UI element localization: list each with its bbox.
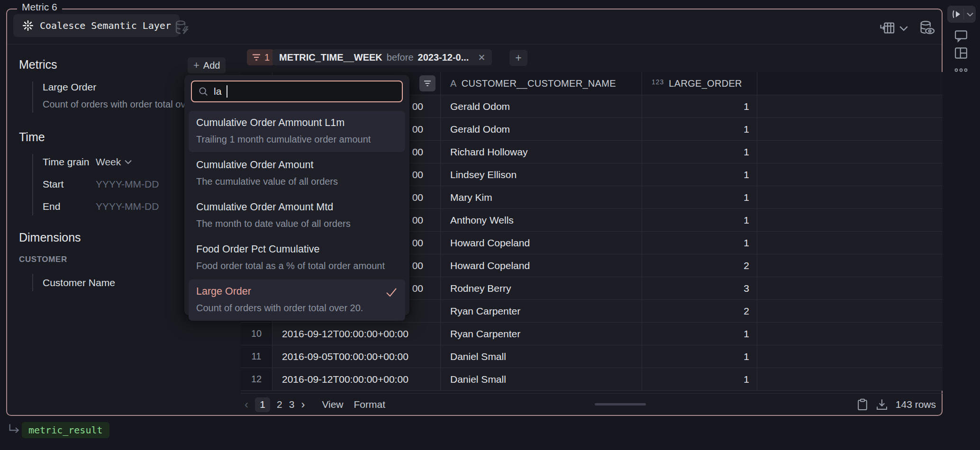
view-menu[interactable]: View xyxy=(322,399,343,410)
table-footer-bar: ‹ 1 2 3 › View Format 143 rows xyxy=(241,393,943,415)
page-button-3[interactable]: 3 xyxy=(289,399,295,410)
selected-metric-item[interactable]: Large Order Count of orders with order t… xyxy=(32,81,209,113)
empty-cell xyxy=(757,141,943,163)
run-icon xyxy=(951,9,962,19)
next-page-button[interactable]: › xyxy=(301,398,305,411)
row-number-cell: 11 xyxy=(241,345,272,368)
dimensions-heading: Dimensions xyxy=(19,231,81,244)
metric-option[interactable]: Cumulative Order Amount The cumulative v… xyxy=(189,153,405,194)
metric-option[interactable]: Food Order Pct Cumulative Food order tot… xyxy=(189,237,405,279)
number-type-icon: 123 xyxy=(652,78,664,86)
string-type-icon: A xyxy=(450,78,457,89)
copy-to-clipboard-icon[interactable] xyxy=(857,398,868,411)
filter-count-chip[interactable]: 1 xyxy=(247,49,274,65)
add-filter-button[interactable]: + xyxy=(509,50,527,66)
page-button-2[interactable]: 2 xyxy=(277,399,282,410)
empty-cell xyxy=(757,209,943,231)
search-query-text: la xyxy=(214,86,221,97)
empty-cell xyxy=(757,300,943,322)
customer-name-cell: Rodney Berry xyxy=(441,277,642,299)
view-source-data-icon[interactable] xyxy=(918,20,935,36)
table-options-chevron-icon[interactable] xyxy=(899,26,908,31)
empty-column-header xyxy=(757,72,943,95)
metric-option-desc: Food order total as a % of total order a… xyxy=(196,261,398,271)
add-metric-label: Add xyxy=(203,60,220,71)
filter-icon xyxy=(252,54,261,61)
table-row[interactable]: 10 2016-09-12T00:00:00+00:00 Ryan Carpen… xyxy=(241,323,943,345)
insert-table-icon[interactable] xyxy=(880,21,896,35)
prev-page-button[interactable]: ‹ xyxy=(245,398,248,411)
metric-search-dropdown: la Cumulative Order Ammount L1m Trailing… xyxy=(184,75,409,315)
empty-cell xyxy=(757,232,943,254)
result-variable-tag[interactable]: metric_result xyxy=(22,422,109,438)
search-icon xyxy=(198,86,209,97)
customer-name-cell: Richard Holloway xyxy=(441,141,642,163)
large-order-cell: 1 xyxy=(642,186,757,208)
coalesce-logo-icon xyxy=(22,19,34,32)
add-metric-button[interactable]: + Add xyxy=(188,57,226,73)
time-grain-select[interactable]: Week xyxy=(96,156,132,168)
customer-name-cell: Gerald Odom xyxy=(441,95,642,117)
app-title: Coalesce Semantic Layer xyxy=(40,20,171,31)
column-filter-icon[interactable] xyxy=(419,75,436,91)
empty-cell xyxy=(757,368,943,390)
cell-legend: Metric 6 xyxy=(17,1,62,13)
metric-time-cell: 2016-09-12T00:00:00+00:00 xyxy=(272,323,441,345)
metric-search-input[interactable]: la xyxy=(191,81,403,102)
large-order-cell: 1 xyxy=(642,232,757,254)
end-date-input[interactable]: YYYY-MM-DD xyxy=(96,201,159,212)
time-heading: Time xyxy=(19,130,45,144)
metric-option-title: Food Order Pct Cumulative xyxy=(196,243,398,255)
empty-cell xyxy=(757,118,943,140)
filter-operator: before xyxy=(387,52,414,63)
customer-name-cell: Howard Copeland xyxy=(441,232,642,254)
metric-option-desc: The month to date value of all orders xyxy=(196,218,398,229)
dimension-item-customer-name[interactable]: Customer Name xyxy=(32,274,115,291)
large-order-header-label: LARGE_ORDER xyxy=(669,78,742,89)
filter-value: 2023-12-0... xyxy=(418,52,469,63)
time-settings-group: Time grain Week Start YYYY-MM-DD End YYY… xyxy=(32,154,159,216)
start-date-input[interactable]: YYYY-MM-DD xyxy=(96,179,159,190)
metric-option-title: Cumulative Order Amount Mtd xyxy=(196,201,398,213)
format-menu[interactable]: Format xyxy=(354,399,386,410)
remove-filter-icon[interactable]: ✕ xyxy=(478,52,485,63)
layout-panel-icon[interactable] xyxy=(954,46,968,60)
run-cell-button[interactable] xyxy=(947,6,976,23)
customer-name-column-header[interactable]: A CUSTOMER__CUSTOMER_NAME xyxy=(441,72,642,95)
page-button-1[interactable]: 1 xyxy=(255,397,270,412)
large-order-cell: 1 xyxy=(642,368,757,390)
metric-option[interactable]: Cumulative Order Amount Mtd The month to… xyxy=(189,195,405,236)
large-order-column-header[interactable]: 123 LARGE_ORDER xyxy=(642,72,757,95)
empty-cell xyxy=(757,95,943,117)
comments-icon[interactable] xyxy=(954,29,968,43)
customer-header-label: CUSTOMER__CUSTOMER_NAME xyxy=(462,78,616,89)
metric-option-title: Cumulative Order Ammount L1m xyxy=(196,117,398,129)
semantic-layer-source-button[interactable]: Coalesce Semantic Layer xyxy=(13,14,180,37)
filter-field: METRIC_TIME__WEEK xyxy=(279,52,382,63)
customer-name-cell: Gerald Odom xyxy=(441,118,642,140)
large-order-cell: 1 xyxy=(642,163,757,186)
table-row[interactable]: 12 2016-09-12T00:00:00+00:00 Daniel Smal… xyxy=(241,368,943,391)
horizontal-scrollbar-thumb[interactable] xyxy=(595,403,646,405)
metric-time-cell: 2016-09-12T00:00:00+00:00 xyxy=(272,368,441,390)
empty-cell xyxy=(757,345,943,368)
metric-option-title: Large Order xyxy=(196,286,398,297)
text-cursor xyxy=(227,85,227,98)
filter-count: 1 xyxy=(264,52,270,63)
large-order-cell: 3 xyxy=(642,277,757,299)
table-row[interactable]: 11 2016-09-05T00:00:00+00:00 Daniel Smal… xyxy=(241,345,943,368)
metric-option[interactable]: Large Order Count of orders with order t… xyxy=(189,279,405,321)
database-edit-icon[interactable] xyxy=(173,19,191,36)
large-order-cell: 1 xyxy=(642,118,757,140)
large-order-cell: 2 xyxy=(642,254,757,277)
plus-icon: + xyxy=(193,60,200,71)
run-options-chevron-icon[interactable] xyxy=(967,12,973,17)
metric-option-desc: Count of orders with order total over 20… xyxy=(196,303,398,314)
return-arrow-icon xyxy=(8,423,21,435)
customer-name-cell: Ryan Carpenter xyxy=(441,323,642,345)
filter-chip[interactable]: METRIC_TIME__WEEK before 2023-12-0... ✕ xyxy=(272,49,492,65)
download-icon[interactable] xyxy=(876,398,888,411)
metric-option[interactable]: Cumulative Order Ammount L1m Trailing 1 … xyxy=(189,111,405,152)
more-options-icon[interactable] xyxy=(954,67,968,73)
dimension-item-label: Customer Name xyxy=(43,277,115,288)
